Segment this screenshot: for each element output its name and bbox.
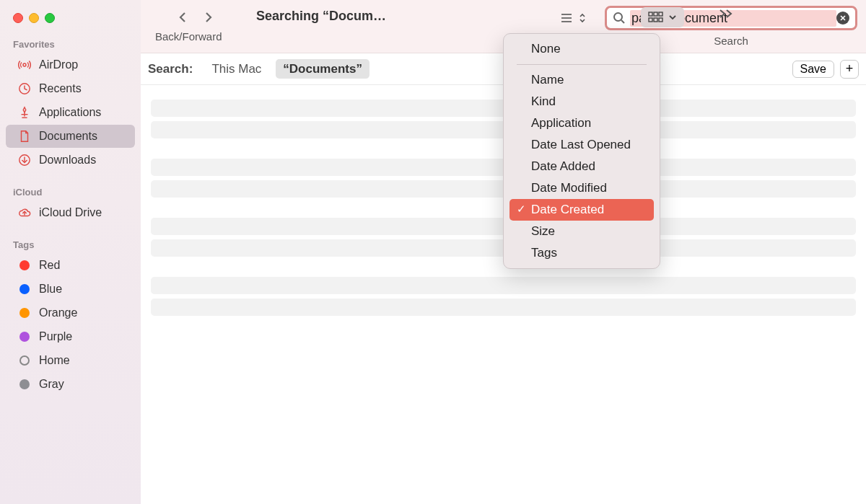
sidebar: FavoritesAirDropRecentsApplicationsDocum… [0, 0, 141, 504]
save-search-button[interactable]: Save [792, 61, 834, 78]
airdrop-icon [17, 58, 32, 72]
tag-color-icon [17, 306, 32, 320]
sidebar-item-red[interactable]: Red [6, 254, 135, 277]
window-controls [0, 6, 141, 33]
group-menu-item[interactable]: Date Last Opened [509, 134, 654, 156]
sidebar-item-downloads[interactable]: Downloads [6, 149, 135, 172]
svg-rect-13 [659, 12, 662, 16]
clock-icon [17, 81, 32, 96]
group-by-menu: NoneNameKindApplicationDate Last OpenedD… [503, 33, 660, 269]
document-icon [17, 129, 32, 143]
group-menu-item[interactable]: Application [509, 112, 654, 134]
group-menu-item[interactable]: Size [509, 221, 654, 242]
toolbar-overflow-button[interactable] [718, 7, 735, 23]
back-button[interactable] [177, 12, 188, 23]
view-button[interactable] [556, 7, 590, 25]
group-menu-item[interactable]: Date Modified [509, 177, 654, 199]
sidebar-item-gray[interactable]: Gray [6, 373, 135, 396]
svg-line-18 [621, 20, 624, 23]
svg-rect-15 [654, 18, 657, 22]
tag-color-icon [17, 282, 32, 296]
group-by-button[interactable] [641, 7, 684, 27]
sidebar-item-home[interactable]: Home [6, 349, 135, 372]
svg-point-0 [23, 63, 26, 66]
group-menu-item[interactable]: Name [509, 69, 654, 91]
sidebar-item-documents[interactable]: Documents [6, 125, 135, 148]
tag-color-icon [17, 330, 32, 344]
sidebar-item-label: Red [39, 259, 60, 272]
sidebar-item-label: Documents [39, 130, 97, 143]
group-by-control [641, 7, 684, 27]
sidebar-item-label: Purple [39, 330, 72, 343]
back-forward-group: Back/Forward [155, 7, 222, 43]
cloud-icon [17, 205, 32, 220]
sidebar-item-label: Blue [39, 283, 62, 296]
sidebar-section-title: Favorites [0, 33, 141, 53]
minimize-window-button[interactable] [29, 13, 39, 23]
back-forward-label: Back/Forward [155, 30, 222, 43]
zoom-window-button[interactable] [45, 13, 55, 23]
sidebar-item-applications[interactable]: Applications [6, 101, 135, 124]
tag-color-icon [17, 377, 32, 392]
sidebar-item-blue[interactable]: Blue [6, 278, 135, 301]
sidebar-item-airdrop[interactable]: AirDrop [6, 53, 135, 76]
svg-rect-11 [649, 12, 652, 16]
sidebar-item-label: Downloads [39, 154, 96, 167]
sidebar-item-label: Recents [39, 82, 82, 95]
download-icon [17, 153, 32, 167]
svg-point-17 [614, 13, 622, 21]
group-menu-item[interactable]: Date Added [509, 156, 654, 177]
sidebar-item-recents[interactable]: Recents [6, 77, 135, 100]
add-criteria-button[interactable]: + [840, 60, 859, 79]
result-placeholder-row [151, 277, 856, 294]
sidebar-item-label: Home [39, 354, 70, 367]
group-menu-item[interactable]: Kind [509, 91, 654, 112]
sidebar-section-title: iCloud [0, 181, 141, 200]
sidebar-item-label: Gray [39, 378, 64, 391]
svg-rect-16 [659, 18, 662, 22]
result-placeholder-group [151, 277, 856, 316]
sidebar-section-title: Tags [0, 234, 141, 253]
scope-label: Search: [148, 62, 193, 76]
search-icon [613, 12, 626, 25]
clear-search-button[interactable] [836, 12, 849, 25]
close-window-button[interactable] [13, 13, 23, 23]
search-label: Search [714, 35, 748, 47]
tag-color-icon [17, 258, 32, 273]
window-title: Searching “Docum… [242, 4, 386, 24]
sidebar-item-label: AirDrop [39, 58, 78, 71]
group-menu-item[interactable]: Date Created [509, 199, 654, 221]
tag-color-icon [17, 353, 32, 368]
scope-option[interactable]: This Mac [204, 59, 268, 79]
sidebar-item-purple[interactable]: Purple [6, 325, 135, 348]
menu-divider [517, 64, 647, 65]
result-placeholder-row [151, 299, 856, 316]
group-menu-item[interactable]: None [509, 38, 654, 60]
group-menu-item[interactable]: Tags [509, 242, 654, 264]
sidebar-item-orange[interactable]: Orange [6, 301, 135, 324]
scope-option[interactable]: “Documents” [276, 59, 369, 79]
sidebar-item-label: Applications [39, 106, 101, 119]
sidebar-item-label: Orange [39, 306, 77, 319]
svg-rect-12 [654, 12, 657, 16]
sidebar-item-label: iCloud Drive [39, 206, 102, 219]
svg-rect-14 [649, 18, 652, 22]
apps-icon [17, 105, 32, 120]
forward-button[interactable] [203, 12, 214, 23]
sidebar-item-icloud-drive[interactable]: iCloud Drive [6, 201, 135, 224]
